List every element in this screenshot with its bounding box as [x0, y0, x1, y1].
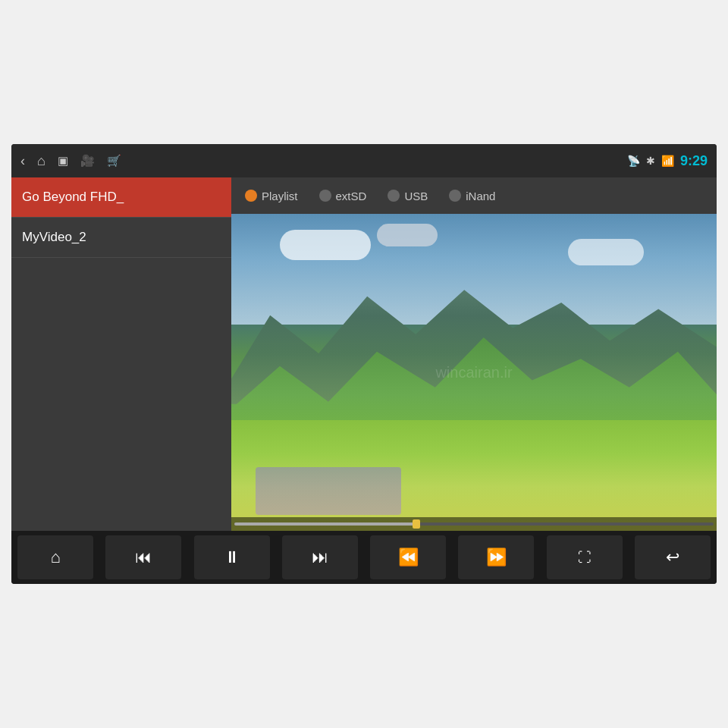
tab-label-inand: iNand	[466, 190, 495, 202]
cast-icon: 📡	[627, 155, 640, 167]
rewind-icon: ⏪	[398, 548, 419, 567]
video-frame: wincairan.ir	[231, 214, 717, 531]
cloud1	[280, 230, 371, 260]
progress-area[interactable]	[231, 517, 717, 531]
right-panel: Playlist extSD USB iNand	[231, 177, 717, 531]
tab-extsd[interactable]: extSD	[313, 187, 373, 206]
source-tabs: Playlist extSD USB iNand	[231, 177, 717, 214]
tab-playlist[interactable]: Playlist	[239, 187, 304, 206]
tab-label-usb: USB	[404, 190, 428, 202]
home-button[interactable]: ⌂	[17, 535, 93, 579]
fastforward-button[interactable]: ⏩	[458, 535, 534, 579]
back-icon: ↩	[666, 548, 679, 567]
clock-display: 9:29	[680, 153, 708, 169]
status-bar-left: ‹ ⌂ ▣ 🎥 🛒	[20, 153, 121, 169]
fullscreen-icon: ⛶	[578, 550, 592, 566]
prev-icon: ⏮	[135, 548, 152, 567]
playlist-item-1[interactable]: MyVideo_2	[11, 218, 231, 258]
tab-label-extsd: extSD	[336, 190, 367, 202]
tab-inand[interactable]: iNand	[443, 187, 501, 206]
status-bar: ‹ ⌂ ▣ 🎥 🛒 📡 ✱ 📶 9:29	[11, 144, 717, 177]
pause-button[interactable]: ⏸	[194, 535, 270, 579]
progress-bar[interactable]	[234, 522, 714, 526]
tab-dot-playlist	[245, 190, 257, 202]
home-nav-icon[interactable]: ⌂	[37, 153, 46, 169]
back-button[interactable]: ↩	[635, 535, 711, 579]
playlist-panel: Go Beyond FHD_ MyVideo_2	[11, 177, 231, 531]
back-nav-icon[interactable]: ‹	[20, 153, 25, 169]
wifi-icon: 📶	[661, 155, 674, 167]
cloud3	[568, 239, 644, 265]
camera-nav-icon[interactable]: 🎥	[80, 154, 95, 168]
next-button[interactable]: ⏭	[282, 535, 358, 579]
main-content: Go Beyond FHD_ MyVideo_2 Playlist extSD	[11, 177, 717, 531]
progress-fill	[234, 522, 416, 526]
cart-nav-icon[interactable]: 🛒	[107, 154, 121, 168]
playlist-item-0[interactable]: Go Beyond FHD_	[11, 177, 231, 218]
status-bar-right: 📡 ✱ 📶 9:29	[627, 153, 708, 169]
rewind-button[interactable]: ⏪	[370, 535, 446, 579]
recents-nav-icon[interactable]: ▣	[58, 154, 68, 168]
prev-button[interactable]: ⏮	[105, 535, 181, 579]
bottom-controls: ⌂ ⏮ ⏸ ⏭ ⏪ ⏩ ⛶ ↩	[11, 531, 717, 584]
tab-label-playlist: Playlist	[262, 190, 298, 202]
cloud2	[377, 224, 438, 246]
progress-thumb[interactable]	[413, 519, 420, 529]
next-icon: ⏭	[312, 548, 328, 567]
video-player[interactable]: wincairan.ir	[231, 214, 717, 531]
fullscreen-button[interactable]: ⛶	[547, 535, 623, 579]
home-icon: ⌂	[50, 548, 60, 567]
flowers	[256, 467, 401, 515]
tab-dot-usb	[388, 190, 400, 202]
tab-dot-extsd	[319, 190, 331, 202]
pause-icon: ⏸	[224, 548, 240, 567]
device-frame: ‹ ⌂ ▣ 🎥 🛒 📡 ✱ 📶 9:29 Go Beyond FHD_ MyVi…	[11, 144, 717, 584]
fastforward-icon: ⏩	[486, 548, 507, 567]
bluetooth-icon: ✱	[646, 155, 655, 167]
tab-usb[interactable]: USB	[381, 187, 434, 206]
tab-dot-inand	[449, 190, 461, 202]
